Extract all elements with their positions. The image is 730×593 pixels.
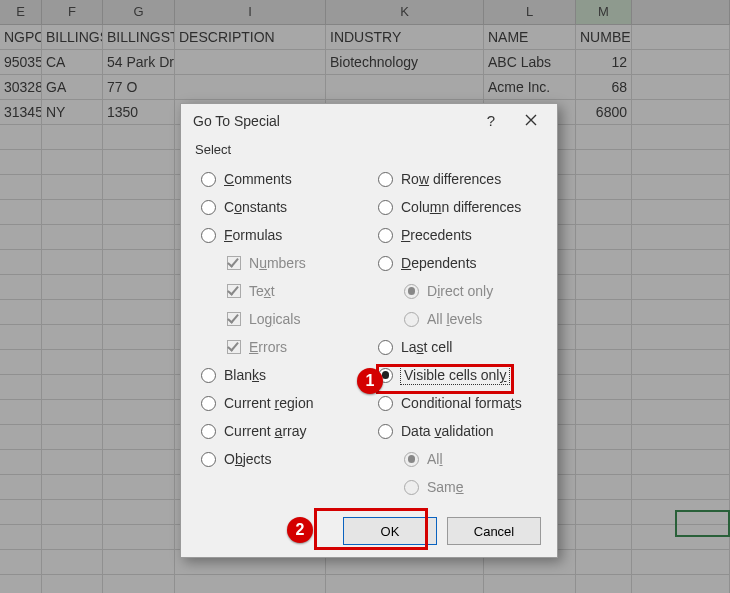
opt-constants[interactable]: Constants [195,193,366,221]
opt-all-levels: All levels [398,305,543,333]
opt-objects[interactable]: Objects [195,445,366,473]
close-icon [525,114,537,126]
radio-icon [201,396,216,411]
radio-icon [201,200,216,215]
option-label: Current array [224,423,307,439]
options-right-col: Row differencesColumn differencesPrecede… [372,165,543,501]
dialog-titlebar: Go To Special ? [181,104,557,138]
option-label: Dependents [401,255,477,271]
radio-icon [378,340,393,355]
option-label: Precedents [401,227,472,243]
checkbox-icon [227,340,241,354]
option-label: All [427,451,443,467]
option-label: Objects [224,451,271,467]
options-left-col: CommentsConstantsFormulasNumbersTextLogi… [195,165,366,501]
group-label: Select [195,142,543,157]
opt-visible-cells[interactable]: Visible cells only [372,361,543,389]
checkbox-icon [227,312,241,326]
option-label: Data validation [401,423,494,439]
option-label: Logicals [249,311,300,327]
opt-same: Same [398,473,543,501]
radio-icon [404,312,419,327]
cancel-button[interactable]: Cancel [447,517,541,545]
option-label: Formulas [224,227,282,243]
opt-errors: Errors [221,333,366,361]
opt-formulas[interactable]: Formulas [195,221,366,249]
radio-icon [201,424,216,439]
radio-icon [201,228,216,243]
opt-last-cell[interactable]: Last cell [372,333,543,361]
opt-current-array[interactable]: Current array [195,417,366,445]
option-label: Column differences [401,199,521,215]
opt-cond-formats[interactable]: Conditional formats [372,389,543,417]
option-label: Conditional formats [401,395,522,411]
opt-row-diff[interactable]: Row differences [372,165,543,193]
option-label: Constants [224,199,287,215]
option-label: Errors [249,339,287,355]
radio-icon [378,396,393,411]
help-button[interactable]: ? [471,106,511,136]
checkbox-icon [227,284,241,298]
option-label: Comments [224,171,292,187]
option-label: All levels [427,311,482,327]
radio-icon [201,172,216,187]
go-to-special-dialog: Go To Special ? Select CommentsConstants… [180,103,558,558]
ok-button[interactable]: OK [343,517,437,545]
radio-icon [404,480,419,495]
opt-text: Text [221,277,366,305]
callout-1: 1 [357,368,383,394]
close-button[interactable] [511,106,551,136]
option-label: Numbers [249,255,306,271]
opt-comments[interactable]: Comments [195,165,366,193]
option-label: Row differences [401,171,501,187]
option-label: Last cell [401,339,452,355]
radio-icon [378,200,393,215]
opt-precedents[interactable]: Precedents [372,221,543,249]
dialog-title: Go To Special [193,113,471,129]
radio-icon [378,256,393,271]
opt-dependents[interactable]: Dependents [372,249,543,277]
radio-icon [201,368,216,383]
opt-blanks[interactable]: Blanks [195,361,366,389]
radio-icon [378,172,393,187]
opt-numbers: Numbers [221,249,366,277]
option-label: Visible cells only [401,367,510,383]
opt-current-region[interactable]: Current region [195,389,366,417]
option-label: Direct only [427,283,493,299]
option-label: Text [249,283,275,299]
opt-col-diff[interactable]: Column differences [372,193,543,221]
checkbox-icon [227,256,241,270]
opt-data-validation[interactable]: Data validation [372,417,543,445]
callout-2: 2 [287,517,313,543]
opt-all: All [398,445,543,473]
option-label: Same [427,479,464,495]
radio-icon [378,424,393,439]
radio-icon [404,284,419,299]
option-label: Blanks [224,367,266,383]
radio-icon [378,228,393,243]
radio-icon [404,452,419,467]
opt-direct-only: Direct only [398,277,543,305]
option-label: Current region [224,395,314,411]
opt-logicals: Logicals [221,305,366,333]
radio-icon [201,452,216,467]
